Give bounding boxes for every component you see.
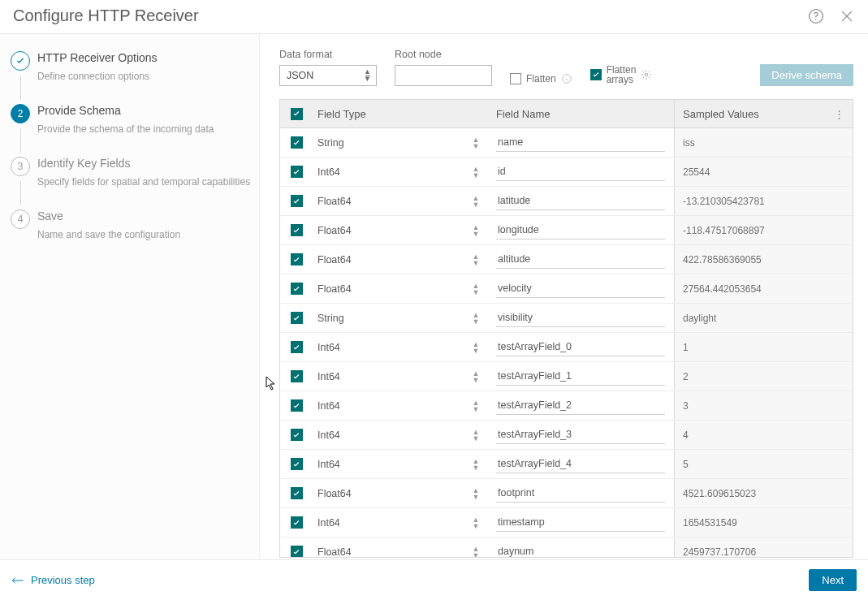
field-name-input[interactable]: [496, 514, 665, 532]
row-checkbox[interactable]: [291, 253, 303, 265]
row-checkbox[interactable]: [291, 399, 303, 412]
field-name-input[interactable]: [496, 426, 665, 444]
row-checkbox[interactable]: [291, 166, 303, 178]
table-row: Int64▲▼5: [280, 450, 853, 479]
step-title: HTTP Receiver Options: [37, 51, 251, 64]
sampled-value-cell: 4521.609615023: [674, 479, 853, 507]
field-type-cell[interactable]: Int64▲▼: [313, 391, 491, 420]
row-checkbox[interactable]: [291, 487, 303, 499]
row-checkbox[interactable]: [291, 195, 303, 207]
table-row: Float64▲▼4521.609615023: [280, 479, 853, 508]
chevron-sort-icon: ▲▼: [472, 136, 480, 149]
col-header-field-type[interactable]: Field Type: [313, 100, 491, 127]
field-type-cell[interactable]: Float64▲▼: [313, 245, 491, 274]
row-checkbox[interactable]: [291, 283, 303, 295]
step-desc: Specify fields for spatial and temporal …: [37, 176, 251, 188]
flatten-arrays-checkbox[interactable]: [590, 69, 602, 80]
field-type-cell[interactable]: Int64▲▼: [313, 158, 491, 186]
step-title: Identify Key Fields: [37, 157, 251, 170]
step-provide-schema[interactable]: 2 Provide Schema Provide the schema of t…: [5, 104, 251, 154]
data-format-select[interactable]: JSON ▲▼: [279, 65, 377, 86]
field-type-cell[interactable]: Float64▲▼: [313, 274, 491, 303]
root-node-input[interactable]: [395, 65, 492, 86]
sampled-value-cell: -13.210305423781: [674, 187, 853, 215]
field-type-cell[interactable]: Int64▲▼: [313, 508, 491, 537]
field-name-input[interactable]: [496, 455, 665, 473]
field-name-input[interactable]: [496, 134, 665, 152]
flatten-checkbox[interactable]: [510, 73, 521, 84]
row-checkbox[interactable]: [291, 136, 303, 149]
step-title: Provide Schema: [37, 104, 251, 117]
row-checkbox[interactable]: [291, 516, 303, 529]
field-name-input[interactable]: [496, 222, 665, 240]
flatten-label: Flatten: [526, 73, 556, 84]
field-name-input[interactable]: [496, 485, 665, 503]
select-all-checkbox[interactable]: [291, 108, 303, 120]
field-name-input[interactable]: [496, 543, 665, 559]
table-row: Float64▲▼422.78586369055: [280, 245, 853, 274]
field-name-input[interactable]: [496, 280, 665, 298]
arrow-left-icon: [11, 576, 24, 585]
chevron-sort-icon: ▲▼: [472, 341, 480, 354]
gear-icon[interactable]: [641, 69, 652, 80]
table-row: Float64▲▼-13.210305423781: [280, 187, 853, 216]
chevron-sort-icon: ▲▼: [472, 429, 480, 442]
sampled-value-cell: 1: [674, 333, 853, 361]
step-save[interactable]: 4 Save Name and save the configuration: [5, 209, 251, 260]
field-name-input[interactable]: [496, 309, 665, 327]
table-row: Float64▲▼-118.47517068897: [280, 216, 853, 245]
chevron-sort-icon: ▲▼: [472, 458, 480, 471]
col-header-field-name[interactable]: Field Name: [491, 100, 674, 127]
derive-schema-button[interactable]: Derive schema: [760, 64, 853, 86]
row-checkbox[interactable]: [291, 546, 303, 558]
info-icon[interactable]: [561, 73, 572, 84]
field-type-cell[interactable]: Float64▲▼: [313, 537, 491, 558]
field-type-cell[interactable]: Float64▲▼: [313, 479, 491, 507]
row-checkbox[interactable]: [291, 224, 303, 236]
svg-point-3: [646, 73, 649, 76]
table-row: Int64▲▼1: [280, 333, 853, 362]
step-identify-key-fields[interactable]: 3 Identify Key Fields Specify fields for…: [5, 157, 251, 207]
chevron-sort-icon: ▲▼: [472, 253, 480, 266]
more-icon[interactable]: ⋮: [834, 108, 844, 120]
field-name-input[interactable]: [496, 397, 665, 415]
table-row: Int64▲▼4: [280, 421, 853, 450]
field-name-input[interactable]: [496, 192, 665, 210]
field-name-input[interactable]: [496, 368, 665, 386]
sampled-value-cell: 422.78586369055: [674, 245, 853, 274]
step-title: Save: [37, 209, 251, 222]
next-button[interactable]: Next: [809, 569, 857, 591]
field-name-input[interactable]: [496, 163, 665, 181]
field-type-cell[interactable]: Int64▲▼: [313, 333, 491, 361]
dialog-header: Configure HTTP Receiver: [0, 0, 868, 34]
sampled-value-cell: -118.47517068897: [674, 216, 853, 244]
wizard-footer: Previous step Next: [0, 559, 868, 600]
chevron-sort-icon: ▲▼: [472, 166, 480, 179]
table-row: Int64▲▼3: [280, 391, 853, 421]
row-checkbox[interactable]: [291, 458, 303, 470]
sampled-value-cell: 4: [674, 421, 853, 449]
previous-step-link[interactable]: Previous step: [11, 574, 95, 586]
chevron-sort-icon: ▲▼: [472, 224, 480, 237]
row-checkbox[interactable]: [291, 429, 303, 441]
row-checkbox[interactable]: [291, 341, 303, 353]
col-header-sampled-values: Sampled Values ⋮: [674, 100, 853, 127]
step-http-receiver-options[interactable]: HTTP Receiver Options Define connection …: [5, 51, 251, 101]
sampled-value-cell: iss: [674, 128, 853, 157]
step-desc: Provide the schema of the incoming data: [37, 123, 251, 135]
row-checkbox[interactable]: [291, 370, 303, 382]
field-type-cell[interactable]: Int64▲▼: [313, 421, 491, 449]
wizard-steps-sidebar: HTTP Receiver Options Define connection …: [0, 34, 260, 558]
close-icon[interactable]: [839, 8, 855, 24]
table-row: Float64▲▼2459737.170706: [280, 537, 853, 558]
field-type-cell[interactable]: Float64▲▼: [313, 187, 491, 215]
field-name-input[interactable]: [496, 339, 665, 356]
field-type-cell[interactable]: Int64▲▼: [313, 450, 491, 478]
row-checkbox[interactable]: [291, 312, 303, 324]
help-icon[interactable]: [808, 8, 824, 24]
field-type-cell[interactable]: String▲▼: [313, 128, 491, 157]
field-name-input[interactable]: [496, 251, 665, 269]
field-type-cell[interactable]: String▲▼: [313, 304, 491, 332]
field-type-cell[interactable]: Float64▲▼: [313, 216, 491, 244]
field-type-cell[interactable]: Int64▲▼: [313, 362, 491, 391]
